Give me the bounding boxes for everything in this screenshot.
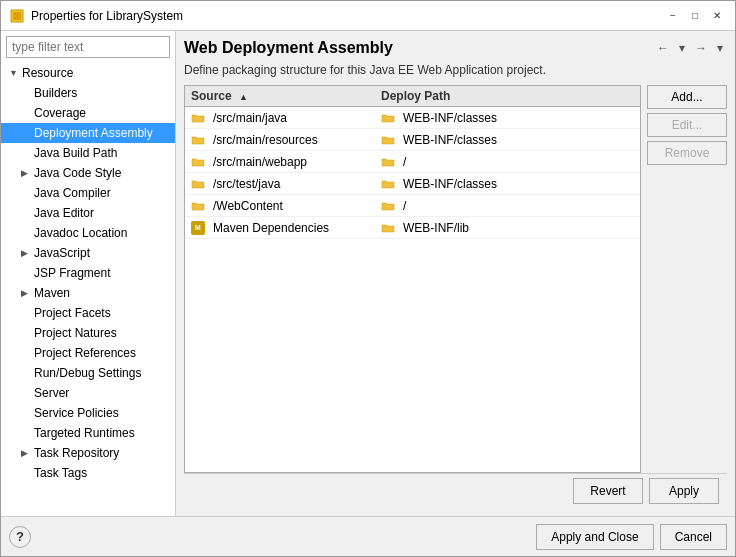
tree-label-java-code-style: Java Code Style [34,166,121,180]
tree-item-task-repository[interactable]: ▶Task Repository [1,443,175,463]
minimize-button[interactable]: − [663,8,683,24]
dialog-body: ▼ResourceBuildersCoverageDeployment Asse… [1,31,735,516]
nav-back-button[interactable]: ← [653,39,673,57]
deploy-cell: / [381,155,634,169]
tree-item-server[interactable]: Server [1,383,175,403]
tree-item-project-facets[interactable]: Project Facets [1,303,175,323]
deploy-folder-icon [381,133,399,147]
close-button[interactable]: ✕ [707,8,727,24]
tree-label-builders: Builders [34,86,77,100]
tree-item-java-code-style[interactable]: ▶Java Code Style [1,163,175,183]
tree-item-resource[interactable]: ▼Resource [1,63,175,83]
sort-arrow: ▲ [239,92,248,102]
tree-item-targeted-runtimes[interactable]: Targeted Runtimes [1,423,175,443]
filter-input[interactable] [6,36,170,58]
tree-item-service-policies[interactable]: Service Policies [1,403,175,423]
tree-container: ▼ResourceBuildersCoverageDeployment Asse… [1,63,175,516]
nav-forward-button[interactable]: → [691,39,711,57]
tree-label-java-editor: Java Editor [34,206,94,220]
dialog-title: Properties for LibrarySystem [31,9,183,23]
footer-right: Apply and Close Cancel [536,524,727,550]
tree-label-javadoc-location: Javadoc Location [34,226,127,240]
tree-item-jsp-fragment[interactable]: JSP Fragment [1,263,175,283]
right-panel: Web Deployment Assembly ← ▾ → ▾ Define p… [176,31,735,516]
tree-arrow-task-repository: ▶ [21,448,31,458]
source-cell: MMaven Dependencies [191,221,381,235]
table-header: Source ▲ Deploy Path [185,86,640,107]
window-controls: − □ ✕ [663,8,727,24]
source-cell: /WebContent [191,199,381,213]
cancel-button[interactable]: Cancel [660,524,727,550]
source-cell: /src/main/java [191,111,381,125]
tree-item-java-build-path[interactable]: Java Build Path [1,143,175,163]
tree-label-maven: Maven [34,286,70,300]
tree-label-jsp-fragment: JSP Fragment [34,266,110,280]
nav-forward-dropdown-button[interactable]: ▾ [713,39,727,57]
tree-label-java-build-path: Java Build Path [34,146,117,160]
source-cell: /src/main/resources [191,133,381,147]
source-text: Maven Dependencies [213,221,329,235]
title-bar: Properties for LibrarySystem − □ ✕ [1,1,735,31]
tree-label-server: Server [34,386,69,400]
dialog-container: Properties for LibrarySystem − □ ✕ ▼Reso… [0,0,736,557]
deploy-text: WEB-INF/classes [403,111,497,125]
deploy-folder-icon [381,111,399,125]
deploy-text: / [403,155,406,169]
add-button[interactable]: Add... [647,85,727,109]
source-text: /WebContent [213,199,283,213]
source-text: /src/test/java [213,177,280,191]
tree-item-project-natures[interactable]: Project Natures [1,323,175,343]
maximize-button[interactable]: □ [685,8,705,24]
tree-arrow-resource: ▼ [9,68,19,78]
nav-dropdown-button[interactable]: ▾ [675,39,689,57]
table-row[interactable]: /src/main/webapp/ [185,151,640,173]
tree-arrow-maven: ▶ [21,288,31,298]
apply-and-close-button[interactable]: Apply and Close [536,524,653,550]
source-text: /src/main/java [213,111,287,125]
tree-item-coverage[interactable]: Coverage [1,103,175,123]
tree-item-project-references[interactable]: Project References [1,343,175,363]
table-body: /src/main/javaWEB-INF/classes/src/main/r… [185,107,640,472]
edit-button[interactable]: Edit... [647,113,727,137]
table-row[interactable]: MMaven DependenciesWEB-INF/lib [185,217,640,239]
tree-item-java-compiler[interactable]: Java Compiler [1,183,175,203]
table-row[interactable]: /src/main/resourcesWEB-INF/classes [185,129,640,151]
table-row[interactable]: /WebContent/ [185,195,640,217]
table-row[interactable]: /src/main/javaWEB-INF/classes [185,107,640,129]
folder-icon [191,199,209,213]
help-button[interactable]: ? [9,526,31,548]
tree-item-maven[interactable]: ▶Maven [1,283,175,303]
apply-button[interactable]: Apply [649,478,719,504]
tree-item-task-tags[interactable]: Task Tags [1,463,175,483]
bottom-bar: Revert Apply [184,473,727,508]
dialog-icon [9,8,25,24]
deploy-folder-icon [381,199,399,213]
title-bar-left: Properties for LibrarySystem [9,8,183,24]
source-cell: /src/test/java [191,177,381,191]
tree-label-project-references: Project References [34,346,136,360]
folder-icon [191,133,209,147]
deploy-text: WEB-INF/classes [403,177,497,191]
table-section: Source ▲ Deploy Path /src/main/javaWEB-I… [184,85,641,473]
tree-label-resource: Resource [22,66,73,80]
tree-item-javascript[interactable]: ▶JavaScript [1,243,175,263]
folder-icon [191,111,209,125]
deploy-text: / [403,199,406,213]
deploy-cell: / [381,199,634,213]
table-row[interactable]: /src/test/javaWEB-INF/classes [185,173,640,195]
tree-item-builders[interactable]: Builders [1,83,175,103]
footer: ? Apply and Close Cancel [1,516,735,556]
tree-item-deployment-assembly[interactable]: Deployment Assembly [1,123,175,143]
tree-item-run-debug-settings[interactable]: Run/Debug Settings [1,363,175,383]
panel-title: Web Deployment Assembly [184,39,393,57]
tree-label-project-facets: Project Facets [34,306,111,320]
tree-item-javadoc-location[interactable]: Javadoc Location [1,223,175,243]
tree-arrow-javascript: ▶ [21,248,31,258]
tree-item-java-editor[interactable]: Java Editor [1,203,175,223]
left-panel: ▼ResourceBuildersCoverageDeployment Asse… [1,31,176,516]
revert-button[interactable]: Revert [573,478,643,504]
main-content: Source ▲ Deploy Path /src/main/javaWEB-I… [184,85,727,473]
remove-button[interactable]: Remove [647,141,727,165]
source-text: /src/main/webapp [213,155,307,169]
source-cell: /src/main/webapp [191,155,381,169]
